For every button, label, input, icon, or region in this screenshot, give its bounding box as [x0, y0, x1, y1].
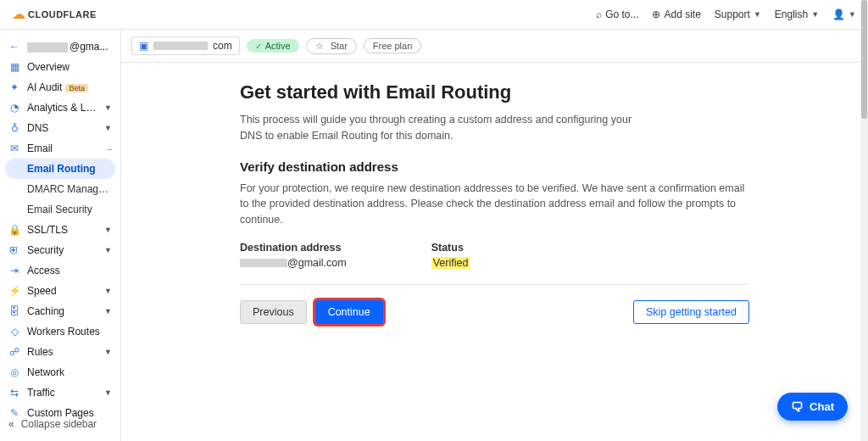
overview-icon: ▦ — [8, 61, 20, 73]
destination-address-value: @gmail.com — [240, 257, 347, 269]
topbar: ☁ CLOUDFLARE ⌕ Go to... ⊕ Add site Suppo… — [0, 0, 868, 30]
sidebar-item-overview[interactable]: ▦ Overview — [0, 57, 120, 77]
status-value: Verified — [431, 257, 470, 269]
search-icon: ⌕ — [596, 8, 602, 20]
support-menu[interactable]: Support ▼ — [715, 8, 761, 20]
add-site-label: Add site — [664, 8, 700, 20]
sidebar-item-dns[interactable]: ♁ DNS ▼ — [0, 118, 120, 138]
actions-left: Previous Continue — [240, 300, 383, 324]
sidebar: ← @gma... ▦ Overview ✦ AI AuditBeta ◔ An… — [0, 30, 121, 441]
content: ▣ com Active Star Free plan Get started … — [121, 30, 868, 441]
destination-address-col: Destination address @gmail.com — [240, 242, 347, 269]
account-menu[interactable]: 👤 ▼ — [832, 8, 856, 20]
logo[interactable]: ☁ CLOUDFLARE — [12, 8, 97, 21]
collapse-sidebar[interactable]: « Collapse sidebar — [0, 414, 120, 434]
chevron-down-icon: ▼ — [104, 124, 112, 132]
chevron-down-icon: ▼ — [754, 10, 761, 19]
dns-icon: ♁ — [8, 122, 20, 134]
network-icon: ◎ — [8, 366, 20, 378]
sidebar-account-label: @gma... — [27, 41, 112, 53]
plan-badge: Free plan — [364, 38, 421, 53]
dash-icon: – — [107, 144, 112, 154]
destination-address-label: Destination address — [240, 242, 347, 254]
previous-button[interactable]: Previous — [240, 300, 307, 324]
chevron-down-icon: ▼ — [104, 388, 112, 397]
sidebar-item-network[interactable]: ◎ Network — [0, 362, 120, 382]
shield-icon: ⛨ — [8, 244, 20, 256]
chevron-down-icon: ▼ — [104, 307, 112, 315]
goto-label: Go to... — [605, 8, 638, 20]
sidebar-item-dmarc[interactable]: DMARC ManagementBeta — [0, 179, 120, 199]
workers-icon: ◇ — [8, 326, 20, 338]
status-label: Status — [431, 242, 470, 254]
rules-icon: ☍ — [8, 346, 20, 358]
topbar-actions: ⌕ Go to... ⊕ Add site Support ▼ English … — [596, 8, 856, 20]
scrollbar-thumb[interactable] — [861, 0, 867, 119]
caching-icon: 🗄 — [8, 305, 20, 317]
support-label: Support — [715, 8, 750, 20]
sidebar-item-email[interactable]: ✉ Email – — [0, 138, 120, 159]
chat-label: Chat — [810, 400, 834, 413]
sidebar-item-analytics[interactable]: ◔ Analytics & Logs ▼ — [0, 98, 120, 118]
page-description: This process will guide you through crea… — [240, 112, 638, 144]
chevrons-left-icon: « — [8, 418, 14, 430]
skip-getting-started-button[interactable]: Skip getting started — [633, 300, 749, 324]
sidebar-item-email-routing[interactable]: Email Routing — [5, 159, 115, 179]
lock-icon: 🔒 — [8, 224, 20, 236]
star-button[interactable]: Star — [306, 38, 357, 54]
masked-domain — [153, 42, 208, 50]
sidebar-item-security[interactable]: ⛨ Security ▼ — [0, 240, 120, 260]
goto-search[interactable]: ⌕ Go to... — [596, 8, 638, 20]
main: ← @gma... ▦ Overview ✦ AI AuditBeta ◔ An… — [0, 30, 868, 441]
chevron-down-icon: ▼ — [104, 348, 112, 356]
sidebar-back[interactable]: ← @gma... — [0, 36, 120, 57]
chevron-down-icon: ▼ — [104, 246, 112, 254]
destination-row: Destination address @gmail.com Status Ve… — [240, 242, 749, 269]
domain-suffix: com — [213, 40, 232, 52]
scrollbar[interactable] — [860, 0, 868, 441]
user-icon: 👤 — [832, 8, 845, 20]
site-bar: ▣ com Active Star Free plan — [121, 30, 868, 63]
sidebar-item-ssl[interactable]: 🔒 SSL/TLS ▼ — [0, 220, 120, 240]
divider — [240, 284, 749, 285]
chevron-down-icon: ▼ — [104, 287, 112, 295]
page-title: Get started with Email Routing — [240, 81, 749, 103]
sidebar-item-speed[interactable]: ⚡ Speed ▼ — [0, 281, 120, 301]
speed-icon: ⚡ — [8, 285, 20, 297]
chat-fab[interactable]: 🗨 Chat — [777, 393, 848, 421]
status-badge-active: Active — [247, 39, 299, 53]
page-body: Get started with Email Routing This proc… — [121, 63, 868, 343]
arrow-left-icon: ← — [8, 41, 20, 53]
traffic-icon: ⇆ — [8, 387, 20, 399]
analytics-icon: ◔ — [8, 102, 20, 114]
cloud-icon: ☁ — [12, 8, 25, 21]
section-title: Verify destination address — [240, 159, 749, 174]
chat-icon: 🗨 — [791, 399, 804, 414]
section-description: For your protection, we require new dest… — [240, 181, 749, 228]
sidebar-item-caching[interactable]: 🗄 Caching ▼ — [0, 301, 120, 321]
sidebar-item-email-security[interactable]: Email Security — [0, 199, 120, 220]
add-site-link[interactable]: ⊕ Add site — [652, 8, 700, 20]
site-selector[interactable]: ▣ com — [131, 36, 240, 55]
sidebar-item-access[interactable]: ⇥ Access — [0, 260, 120, 281]
actions-row: Previous Continue Skip getting started — [240, 300, 749, 324]
access-icon: ⇥ — [8, 265, 20, 276]
status-col: Status Verified — [431, 242, 470, 269]
continue-button[interactable]: Continue — [315, 300, 383, 324]
language-menu[interactable]: English ▼ — [775, 8, 819, 20]
sidebar-item-ai-audit[interactable]: ✦ AI AuditBeta — [0, 77, 120, 98]
sidebar-item-traffic[interactable]: ⇆ Traffic ▼ — [0, 382, 120, 403]
collapse-label: Collapse sidebar — [21, 418, 97, 430]
globe-icon: ▣ — [139, 40, 148, 52]
beta-badge: Beta — [65, 84, 88, 92]
brand-name: CLOUDFLARE — [28, 9, 97, 20]
email-icon: ✉ — [8, 142, 20, 154]
chevron-down-icon: ▼ — [811, 10, 819, 19]
chevron-down-icon: ▼ — [104, 226, 112, 234]
chevron-down-icon: ▼ — [849, 10, 856, 19]
ai-icon: ✦ — [8, 81, 20, 93]
sidebar-item-rules[interactable]: ☍ Rules ▼ — [0, 342, 120, 362]
sidebar-item-workers[interactable]: ◇ Workers Routes — [0, 321, 120, 342]
chevron-down-icon: ▼ — [104, 103, 112, 112]
plus-icon: ⊕ — [652, 8, 660, 20]
